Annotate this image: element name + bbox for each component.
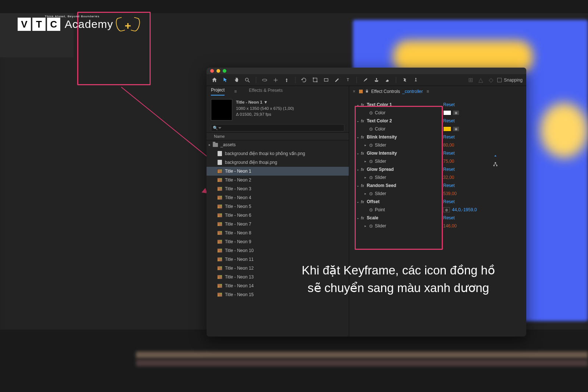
collapse-caret-icon[interactable]: ⌄ xyxy=(356,119,361,123)
point-target-icon[interactable]: ⊕ xyxy=(443,207,450,212)
stopwatch-icon[interactable] xyxy=(369,111,375,115)
effect-name[interactable]: Text Color 1 xyxy=(367,102,392,107)
flowchart-icon[interactable] xyxy=(493,162,498,167)
clone-tool-icon[interactable] xyxy=(372,76,380,84)
property-value[interactable]: 539,00 xyxy=(443,191,457,196)
expand-caret-icon[interactable]: ▸ xyxy=(209,143,212,147)
effect-name[interactable]: Scale xyxy=(367,215,378,220)
property-name[interactable]: Slider xyxy=(375,223,386,229)
axis-icon[interactable]: △ xyxy=(477,76,485,84)
collapse-caret-icon[interactable]: ⌄ xyxy=(356,103,361,107)
camera-tool-icon[interactable] xyxy=(283,76,291,84)
reset-link[interactable]: Reset xyxy=(443,167,455,172)
panel-menu-icon[interactable]: ≡ xyxy=(234,89,239,94)
collapse-caret-icon[interactable]: ⌄ xyxy=(356,200,361,204)
zoom-tool-icon[interactable] xyxy=(243,76,251,84)
collapse-caret-icon[interactable]: ⌄ xyxy=(356,135,361,139)
pan-behind-tool-icon[interactable] xyxy=(272,76,280,84)
stopwatch-icon[interactable] xyxy=(369,127,375,131)
expand-caret-icon[interactable]: ▸ xyxy=(365,143,369,147)
eyedropper-icon[interactable]: ◉ xyxy=(453,126,459,132)
project-item[interactable]: Title - Neon 5 xyxy=(207,202,349,211)
reset-link[interactable]: Reset xyxy=(443,215,455,220)
reset-link[interactable]: Reset xyxy=(443,183,455,188)
orbit-tool-icon[interactable] xyxy=(261,76,269,84)
property-name[interactable]: Point xyxy=(375,207,385,212)
reset-link[interactable]: Reset xyxy=(443,118,455,123)
expand-caret-icon[interactable]: ▸ xyxy=(365,176,369,179)
reset-link[interactable]: Reset xyxy=(443,134,455,140)
stopwatch-icon[interactable] xyxy=(369,208,375,212)
stopwatch-icon[interactable] xyxy=(369,143,375,147)
project-column-header[interactable]: Name xyxy=(207,132,349,140)
property-name[interactable]: Color xyxy=(375,126,386,132)
minimize-icon[interactable] xyxy=(216,69,220,73)
property-value[interactable]: 32,00 xyxy=(443,175,454,180)
project-item[interactable]: ▸_assets xyxy=(207,140,349,149)
panel-menu-icon[interactable]: ≡ xyxy=(427,89,429,94)
effect-name[interactable]: Offset xyxy=(367,199,380,204)
expand-caret-icon[interactable]: ▸ xyxy=(365,159,369,163)
panel-close-icon[interactable]: × xyxy=(351,89,357,94)
window-titlebar[interactable] xyxy=(207,68,526,74)
fx-icon[interactable]: fx xyxy=(361,216,367,220)
lock-icon[interactable] xyxy=(365,89,369,94)
project-item[interactable]: background điện thoại ko phỏng vấn.png xyxy=(207,149,349,158)
flowchart-up-icon[interactable] xyxy=(493,154,498,159)
reset-link[interactable]: Reset xyxy=(443,151,455,156)
stopwatch-icon[interactable] xyxy=(369,192,375,196)
project-item[interactable]: Title - Neon 3 xyxy=(207,184,349,193)
pin-tool-icon[interactable] xyxy=(412,76,420,84)
selection-tool-icon[interactable] xyxy=(221,76,229,84)
home-icon[interactable] xyxy=(210,76,218,84)
project-search-input[interactable] xyxy=(211,124,344,132)
fx-icon[interactable]: fx xyxy=(361,167,367,172)
property-name[interactable]: Slider xyxy=(375,191,386,196)
expand-caret-icon[interactable]: ▸ xyxy=(365,224,369,228)
project-item[interactable]: Title - Neon 2 xyxy=(207,176,349,184)
pen-tool-icon[interactable] xyxy=(333,76,341,84)
project-item[interactable]: Title - Neon 8 xyxy=(207,229,349,237)
effect-name[interactable]: Blink Intensity xyxy=(367,134,397,140)
color-swatch[interactable] xyxy=(443,110,451,115)
effect-name[interactable]: Text Color 2 xyxy=(367,118,392,123)
project-item[interactable]: Title - Neon 9 xyxy=(207,237,349,246)
brush-tool-icon[interactable] xyxy=(361,76,369,84)
stopwatch-icon[interactable] xyxy=(369,176,375,180)
expand-caret-icon[interactable]: ▸ xyxy=(365,192,369,195)
property-value[interactable]: 146,00 xyxy=(443,223,457,229)
fx-icon[interactable]: fx xyxy=(361,151,367,155)
project-item[interactable]: Title - Neon 10 xyxy=(207,246,349,255)
property-name[interactable]: Slider xyxy=(375,159,386,164)
effect-name[interactable]: Random Seed xyxy=(367,183,396,188)
project-item[interactable]: Title - Neon 6 xyxy=(207,211,349,220)
close-icon[interactable] xyxy=(210,69,214,73)
fx-icon[interactable]: fx xyxy=(361,103,367,107)
collapse-caret-icon[interactable]: ⌄ xyxy=(356,151,361,155)
property-name[interactable]: Slider xyxy=(375,175,386,180)
text-tool-icon[interactable]: T xyxy=(344,76,352,84)
effect-name[interactable]: Glow Spread xyxy=(367,167,394,172)
color-swatch[interactable] xyxy=(443,126,451,132)
project-item[interactable]: background điện thoại.png xyxy=(207,158,349,167)
reset-link[interactable]: Reset xyxy=(443,102,455,107)
collapse-caret-icon[interactable]: ⌄ xyxy=(356,184,361,187)
roto-tool-icon[interactable] xyxy=(401,76,409,84)
project-item[interactable]: Title - Neon 7 xyxy=(207,220,349,229)
reset-link[interactable]: Reset xyxy=(443,199,455,204)
rotate-tool-icon[interactable] xyxy=(300,76,308,84)
maximize-icon[interactable] xyxy=(223,69,226,73)
fx-icon[interactable]: fx xyxy=(361,135,367,139)
project-item[interactable]: Title - Neon 4 xyxy=(207,193,349,202)
axis-icon[interactable]: ⊞ xyxy=(466,76,474,84)
collapse-caret-icon[interactable]: ⌄ xyxy=(356,168,361,171)
fx-icon[interactable]: fx xyxy=(361,183,367,188)
axis-icon[interactable]: ◇ xyxy=(487,76,495,84)
property-value[interactable]: 75,00 xyxy=(443,159,454,164)
hand-tool-icon[interactable] xyxy=(232,76,240,84)
effect-name[interactable]: Glow Intensity xyxy=(367,151,397,156)
fx-icon[interactable]: fx xyxy=(361,119,367,123)
collapse-caret-icon[interactable]: ⌄ xyxy=(356,216,361,220)
property-value[interactable]: 44,0,-1959,0 xyxy=(452,207,477,212)
property-name[interactable]: Slider xyxy=(375,143,386,148)
